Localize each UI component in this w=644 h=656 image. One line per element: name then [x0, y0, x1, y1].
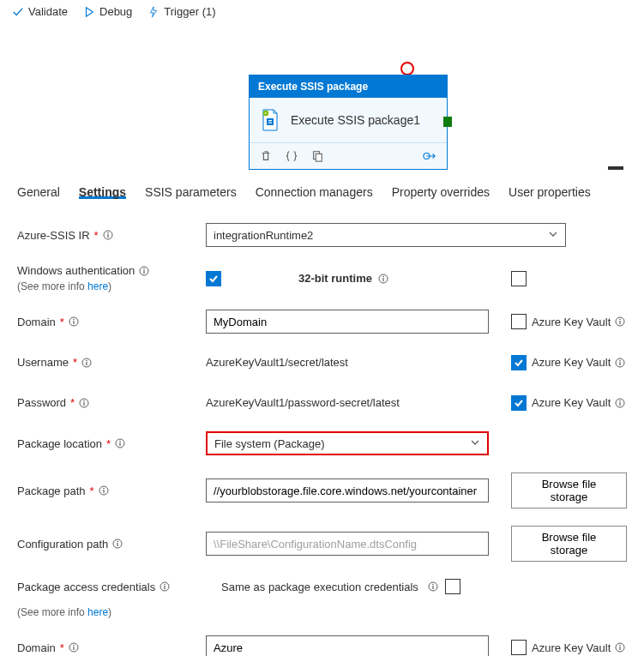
- info-icon[interactable]: [112, 539, 123, 549]
- svg-rect-51: [73, 647, 74, 650]
- svg-point-35: [119, 441, 121, 442]
- label-config-path: Configuration path: [17, 538, 108, 551]
- svg-rect-21: [620, 321, 621, 324]
- see-more-link[interactable]: here: [87, 280, 108, 292]
- ssis-package-icon: [258, 108, 282, 132]
- package-location-select[interactable]: File system (Package): [206, 431, 489, 455]
- domain1-input[interactable]: [206, 310, 489, 334]
- svg-rect-54: [620, 647, 621, 650]
- info-icon[interactable]: [428, 581, 438, 592]
- validate-button[interactable]: Validate: [12, 5, 68, 18]
- svg-point-23: [86, 359, 87, 361]
- svg-rect-3: [268, 123, 272, 123]
- config-path-input[interactable]: [206, 532, 489, 556]
- debug-button[interactable]: Debug: [83, 5, 132, 18]
- svg-rect-12: [144, 270, 145, 274]
- info-icon[interactable]: [615, 316, 625, 327]
- svg-rect-1: [267, 118, 274, 125]
- success-output-handle[interactable]: [443, 117, 452, 127]
- trigger-label: Trigger (1): [164, 5, 215, 18]
- validate-label: Validate: [28, 5, 68, 18]
- info-icon[interactable]: [99, 485, 109, 496]
- domain2-input[interactable]: [206, 635, 489, 656]
- chevron-down-icon: [470, 437, 480, 450]
- activity-header: Execute SSIS package: [250, 75, 447, 98]
- tab-ssis-parameters[interactable]: SSIS parameters: [145, 178, 237, 208]
- password1-akv-checkbox[interactable]: [511, 395, 527, 411]
- svg-rect-33: [620, 402, 621, 406]
- svg-point-11: [144, 268, 146, 269]
- svg-point-26: [619, 359, 621, 361]
- code-braces-icon[interactable]: [286, 150, 298, 162]
- tab-settings[interactable]: Settings: [79, 178, 126, 208]
- windows-auth-checkbox[interactable]: [206, 271, 221, 286]
- label-32bit-runtime: 32-bit runtime: [298, 272, 372, 285]
- package-path-input[interactable]: [206, 478, 489, 503]
- label-domain1: Domain: [17, 316, 56, 328]
- svg-point-38: [103, 488, 105, 490]
- tab-general[interactable]: General: [17, 178, 60, 208]
- info-icon[interactable]: [69, 642, 79, 653]
- runtime-32bit-checkbox[interactable]: [511, 271, 527, 286]
- info-icon[interactable]: [615, 642, 625, 653]
- svg-rect-15: [382, 278, 383, 281]
- svg-rect-24: [86, 362, 87, 365]
- required-asterisk: *: [94, 229, 99, 242]
- azure-ssis-ir-select[interactable]: integrationRuntime2: [206, 223, 566, 247]
- info-icon[interactable]: [79, 398, 89, 408]
- debug-label: Debug: [99, 5, 132, 18]
- svg-point-14: [382, 275, 384, 277]
- same-as-checkbox[interactable]: [445, 579, 460, 594]
- info-icon[interactable]: [615, 398, 625, 408]
- copy-icon[interactable]: [311, 150, 323, 162]
- label-azure-ssis-ir: Azure-SSIS IR: [17, 229, 90, 242]
- browse-config-path-button[interactable]: Browse file storage: [511, 526, 627, 562]
- play-outline-icon: [83, 6, 95, 18]
- see-more-link-2[interactable]: here: [87, 606, 108, 618]
- info-icon[interactable]: [81, 358, 92, 368]
- domain1-akv-checkbox[interactable]: [511, 314, 527, 329]
- see-more-info-text: (See more info here): [17, 280, 206, 292]
- browse-package-path-button[interactable]: Browse file storage: [511, 472, 627, 509]
- see-more-info-text-2: (See more info here): [17, 606, 206, 618]
- delete-icon[interactable]: [260, 150, 272, 162]
- tab-connection-managers[interactable]: Connection managers: [256, 178, 373, 208]
- svg-point-17: [73, 319, 75, 321]
- svg-point-53: [619, 645, 621, 647]
- trigger-icon: [147, 6, 159, 18]
- label-username1: Username: [17, 356, 69, 369]
- svg-point-47: [432, 584, 434, 586]
- status-ring-icon: [400, 62, 414, 75]
- info-icon[interactable]: [69, 316, 79, 327]
- svg-rect-30: [84, 402, 85, 406]
- username1-akv-checkbox[interactable]: [511, 355, 527, 370]
- svg-point-32: [619, 400, 621, 401]
- domain2-akv-checkbox[interactable]: [511, 640, 527, 655]
- info-icon[interactable]: [378, 274, 388, 284]
- svg-point-29: [83, 400, 85, 401]
- info-icon[interactable]: [115, 438, 125, 448]
- svg-rect-2: [268, 120, 272, 121]
- svg-rect-39: [103, 490, 104, 493]
- label-package-location: Package location: [17, 437, 102, 450]
- trigger-button[interactable]: Trigger (1): [147, 5, 215, 18]
- svg-rect-5: [316, 153, 322, 161]
- activity-name: Execute SSIS package1: [291, 113, 420, 127]
- label-windows-auth: Windows authentication: [17, 264, 135, 277]
- info-icon[interactable]: [103, 230, 113, 240]
- info-icon[interactable]: [139, 266, 149, 276]
- svg-rect-42: [117, 543, 118, 546]
- expand-arrow-icon[interactable]: [423, 150, 436, 162]
- activity-card[interactable]: Execute SSIS package Execute SSIS packag…: [249, 75, 448, 170]
- tab-user-properties[interactable]: User properties: [509, 178, 591, 208]
- tab-property-overrides[interactable]: Property overrides: [392, 178, 490, 208]
- info-icon[interactable]: [615, 358, 625, 368]
- info-icon[interactable]: [159, 581, 170, 592]
- pipeline-canvas[interactable]: Execute SSIS package Execute SSIS packag…: [0, 23, 644, 160]
- svg-rect-27: [620, 362, 621, 365]
- password1-value: AzureKeyVault1/password-secret/latest: [206, 391, 489, 414]
- svg-rect-18: [73, 321, 74, 324]
- label-domain2: Domain: [17, 641, 56, 654]
- label-password1: Password: [17, 396, 66, 409]
- check-icon: [12, 6, 24, 18]
